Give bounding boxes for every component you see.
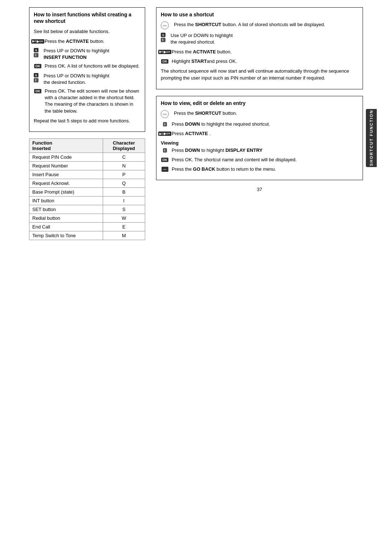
s-icon-1: s xyxy=(34,48,38,52)
step-activate-3: ▶≡+ Press ACTIVATE . xyxy=(161,130,358,137)
viewing-label: Viewing xyxy=(161,140,358,146)
table-cell-function: Insert Pause xyxy=(29,170,103,179)
s-icon-2: s xyxy=(34,73,38,77)
step-go-back: — Press the GO BACK button to return to … xyxy=(161,166,358,173)
ok-icon-3: OK xyxy=(161,58,169,64)
table-row: Temp Switch to ToneM xyxy=(29,231,145,240)
step-ok-2: OK Press OK. The edit screen will now be… xyxy=(34,88,140,114)
step-use-highlight-text: Use UP or DOWN to highlightthe required … xyxy=(171,32,358,45)
t-icon-2: t xyxy=(34,78,38,82)
table-cell-function: INT button xyxy=(29,197,103,205)
table-row: End CallE xyxy=(29,223,145,231)
shortcut-icon-2: nnn xyxy=(161,110,169,118)
activate-icon-1: ▶≡+ xyxy=(34,39,42,44)
step-ok-display: OK Press OK. The shortcut name and conte… xyxy=(161,157,358,163)
step-press-down: t Press DOWN to highlight the required s… xyxy=(161,121,358,127)
step-shortcut-btn-1-text: Press the SHORTCUT button. A list of sto… xyxy=(174,21,358,28)
function-table: FunctionInserted CharacterDisplayed Requ… xyxy=(29,138,145,240)
step-press-down-text: Press DOWN to highlight the required sho… xyxy=(172,121,358,127)
step-highlight-2-text: Press UP or DOWN to highlightthe desired… xyxy=(44,73,140,86)
step-highlight-1-text: Press UP or DOWN to highlightINSERT FUNC… xyxy=(44,48,140,61)
activate-icon-3: ▶≡+ xyxy=(161,131,169,137)
shortcut-icon-1: nnn xyxy=(161,21,169,29)
step-display-entry: t Press DOWN to highlight DISPLAY ENTRY xyxy=(161,147,358,154)
step-shortcut-btn-2-text: Press the SHORTCUT button. xyxy=(174,110,358,117)
step-activate-1: ▶≡+ Press the ACTIVATE button. xyxy=(34,38,140,45)
step-ok-1-text: Press OK. A list of functions will be di… xyxy=(45,63,140,69)
table-cell-character: B xyxy=(103,188,145,197)
ok-icon-4: OK xyxy=(161,157,169,163)
activate-icon-2: ▶≡+ xyxy=(161,49,169,55)
use-shortcut-title: How to use a shortcut xyxy=(161,11,358,18)
table-row: Insert PauseP xyxy=(29,170,145,179)
step-display-entry-text: Press DOWN to highlight DISPLAY ENTRY xyxy=(172,147,358,154)
table-cell-function: Request PIN Code xyxy=(29,153,103,162)
table-cell-character: E xyxy=(103,223,145,231)
ok-icon-2: OK xyxy=(34,88,42,94)
step-activate-1-text: Press the ACTIVATE button. xyxy=(45,38,140,45)
t-icon-1: t xyxy=(34,53,38,57)
table-row: Request Acknowl.Q xyxy=(29,179,145,188)
intro-text: See list below of available functions. xyxy=(34,28,140,35)
step-shortcut-btn-1: nnn Press the SHORTCUT button. A list of… xyxy=(161,21,358,29)
dash-icon: — xyxy=(161,166,169,172)
step-ok-highlight-start: OK Highlight STARTand press OK. xyxy=(161,58,358,65)
table-cell-character: N xyxy=(103,162,145,170)
table-cell-character: C xyxy=(103,153,145,162)
table-cell-function: Request Number xyxy=(29,162,103,170)
view-edit-delete-title: How to view, edit or delete an entry xyxy=(161,100,358,106)
table-row: SET buttonS xyxy=(29,205,145,214)
step-highlight-1: s t Press UP or DOWN to highlightINSERT … xyxy=(34,48,140,61)
step-ok-2-text: Press OK. The edit screen will now be sh… xyxy=(45,88,140,114)
s-icon-3: s xyxy=(161,33,166,37)
t-icon-3: t xyxy=(161,38,166,42)
step-ok-1: OK Press OK. A list of functions will be… xyxy=(34,63,140,69)
table-cell-function: Request Acknowl. xyxy=(29,179,103,188)
table-cell-function: Temp Switch to Tone xyxy=(29,231,103,240)
table-cell-character: W xyxy=(103,214,145,223)
table-row: INT buttonI xyxy=(29,197,145,205)
table-cell-function: SET button xyxy=(29,205,103,214)
table-cell-character: I xyxy=(103,197,145,205)
table-row: Base Prompt (state)B xyxy=(29,188,145,197)
view-edit-delete-section: How to view, edit or delete an entry nnn… xyxy=(156,96,363,180)
t-icon-5: t xyxy=(161,147,169,153)
table-cell-function: Base Prompt (state) xyxy=(29,188,103,197)
table-row: Request NumberN xyxy=(29,162,145,170)
step-activate-2-text: Press the ACTIVATE button. xyxy=(172,49,358,55)
left-column: How to insert functions whilst creating … xyxy=(29,7,145,240)
table-row: Request PIN CodeC xyxy=(29,153,145,162)
page-number: 37 xyxy=(156,187,363,192)
repeat-text: Repeat the last 5 steps to add more func… xyxy=(34,117,140,125)
table-cell-character: P xyxy=(103,170,145,179)
step-ok-highlight-start-text: Highlight STARTand press OK. xyxy=(172,58,358,65)
step-activate-3-text: Press ACTIVATE . xyxy=(172,130,358,137)
table-cell-character: S xyxy=(103,205,145,214)
table-header-character: CharacterDisplayed xyxy=(103,139,145,153)
step-use-highlight: s t Use UP or DOWN to highlightthe requi… xyxy=(161,32,358,45)
insert-functions-title: How to insert functions whilst creating … xyxy=(34,11,140,24)
sidebar-tab: SHORTCUT FUNCTION xyxy=(366,109,377,167)
ok-icon-1: OK xyxy=(34,63,42,69)
step-go-back-text: Press the GO BACK button to return to th… xyxy=(172,166,358,173)
table-header-function: FunctionInserted xyxy=(29,139,103,153)
table-cell-character: Q xyxy=(103,179,145,188)
right-column: How to use a shortcut nnn Press the SHOR… xyxy=(156,7,363,240)
t-icon-4: t xyxy=(161,121,169,127)
s-t-icons-1: s t xyxy=(34,48,38,57)
step-highlight-2: s t Press UP or DOWN to highlightthe des… xyxy=(34,73,140,86)
use-shortcut-section: How to use a shortcut nnn Press the SHOR… xyxy=(156,7,363,89)
step-activate-2: ▶≡+ Press the ACTIVATE button. xyxy=(161,49,358,55)
table-cell-function: Redial button xyxy=(29,214,103,223)
table-body: Request PIN CodeCRequest NumberNInsert P… xyxy=(29,153,145,240)
table-row: Redial buttonW xyxy=(29,214,145,223)
step-shortcut-btn-2: nnn Press the SHORTCUT button. xyxy=(161,110,358,118)
table-cell-character: M xyxy=(103,231,145,240)
s-t-icons-3: s t xyxy=(161,33,166,42)
table-cell-function: End Call xyxy=(29,223,103,231)
step-ok-display-text: Press OK. The shortcut name and content … xyxy=(172,157,358,163)
shortcut-sequence-text: The shortcut sequence will now start and… xyxy=(161,68,358,82)
s-t-icons-2: s t xyxy=(34,73,38,82)
insert-functions-section: How to insert functions whilst creating … xyxy=(29,7,145,132)
